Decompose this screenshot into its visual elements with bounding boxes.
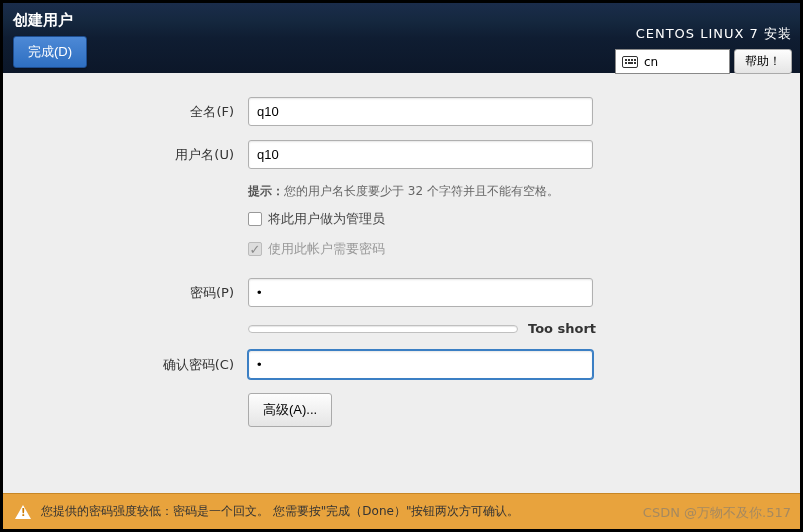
username-input[interactable] [248,140,593,169]
warning-bar: 您提供的密码强度较低：密码是一个回文。 您需要按"完成（Done）"按钮两次方可… [3,493,800,529]
make-admin-checkbox[interactable] [248,212,262,226]
confirm-password-input[interactable] [248,350,593,379]
require-password-label: 使用此帐户需要密码 [268,240,385,258]
form-area: 全名(F) 用户名(U) 提示：您的用户名长度要少于 32 个字符并且不能有空格… [3,73,800,493]
fullname-label: 全名(F) [63,103,248,121]
header-bar: 创建用户 完成(D) CENTOS LINUX 7 安装 cn 帮助！ [3,3,800,73]
password-label: 密码(P) [63,284,248,302]
done-button[interactable]: 完成(D) [13,36,87,68]
username-label: 用户名(U) [63,146,248,164]
require-password-checkbox: ✓ [248,242,262,256]
keyboard-layout-value: cn [644,55,658,69]
password-input[interactable] [248,278,593,307]
confirm-password-label: 确认密码(C) [63,356,248,374]
advanced-button[interactable]: 高级(A)... [248,393,332,427]
help-button[interactable]: 帮助！ [734,49,792,74]
fullname-input[interactable] [248,97,593,126]
password-strength-meter [248,325,518,333]
keyboard-layout-selector[interactable]: cn [615,49,730,74]
password-strength-label: Too short [528,321,596,336]
warning-icon [15,505,31,519]
warning-text: 您提供的密码强度较低：密码是一个回文。 您需要按"完成（Done）"按钮两次方可… [41,503,519,520]
installer-label: CENTOS LINUX 7 安装 [615,25,792,43]
username-hint: 提示：您的用户名长度要少于 32 个字符并且不能有空格。 [248,183,559,200]
make-admin-label: 将此用户做为管理员 [268,210,385,228]
keyboard-icon [622,56,638,68]
